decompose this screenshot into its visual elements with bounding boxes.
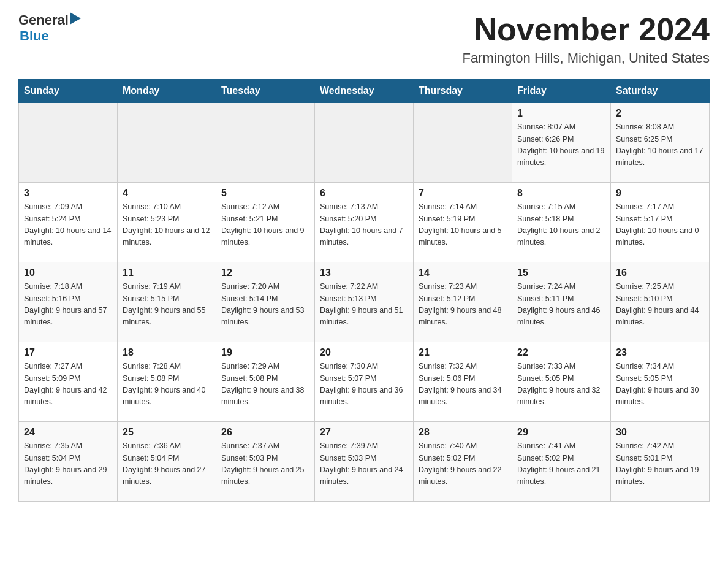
day-number: 21 <box>419 347 507 358</box>
calendar-cell: 16Sunrise: 7:25 AM Sunset: 5:10 PM Dayli… <box>611 262 710 342</box>
header-sunday: Sunday <box>19 79 118 103</box>
day-number: 19 <box>221 347 309 358</box>
calendar-cell: 14Sunrise: 7:23 AM Sunset: 5:12 PM Dayli… <box>414 262 512 342</box>
calendar-cell: 1Sunrise: 8:07 AM Sunset: 6:26 PM Daylig… <box>512 103 611 183</box>
header-monday: Monday <box>118 79 216 103</box>
calendar-cell: 5Sunrise: 7:12 AM Sunset: 5:21 PM Daylig… <box>216 183 315 262</box>
calendar-table: Sunday Monday Tuesday Wednesday Thursday… <box>18 79 710 502</box>
day-number: 14 <box>419 267 507 278</box>
day-number: 27 <box>320 427 408 438</box>
day-info: Sunrise: 7:27 AM Sunset: 5:09 PM Dayligh… <box>24 361 112 408</box>
day-info: Sunrise: 7:24 AM Sunset: 5:11 PM Dayligh… <box>517 281 605 329</box>
title-block: November 2024 Farmington Hills, Michigan… <box>463 12 710 66</box>
day-info: Sunrise: 7:37 AM Sunset: 5:03 PM Dayligh… <box>221 440 309 488</box>
day-info: Sunrise: 7:12 AM Sunset: 5:21 PM Dayligh… <box>221 201 309 249</box>
calendar-cell <box>216 103 315 183</box>
day-number: 26 <box>221 427 309 438</box>
day-info: Sunrise: 7:23 AM Sunset: 5:12 PM Dayligh… <box>419 281 507 329</box>
calendar-cell: 22Sunrise: 7:33 AM Sunset: 5:05 PM Dayli… <box>512 342 611 422</box>
header-wednesday: Wednesday <box>315 79 414 103</box>
day-info: Sunrise: 7:25 AM Sunset: 5:10 PM Dayligh… <box>616 281 704 329</box>
calendar-week-row: 17Sunrise: 7:27 AM Sunset: 5:09 PM Dayli… <box>19 342 710 422</box>
day-info: Sunrise: 7:32 AM Sunset: 5:06 PM Dayligh… <box>419 361 507 408</box>
day-info: Sunrise: 7:20 AM Sunset: 5:14 PM Dayligh… <box>221 281 309 329</box>
day-info: Sunrise: 7:34 AM Sunset: 5:05 PM Dayligh… <box>616 361 704 408</box>
calendar-cell <box>19 103 118 183</box>
day-info: Sunrise: 7:36 AM Sunset: 5:04 PM Dayligh… <box>123 440 211 488</box>
day-number: 17 <box>24 347 112 358</box>
day-number: 1 <box>517 108 605 119</box>
day-number: 3 <box>24 188 112 199</box>
day-info: Sunrise: 7:17 AM Sunset: 5:17 PM Dayligh… <box>616 201 704 249</box>
calendar-week-row: 24Sunrise: 7:35 AM Sunset: 5:04 PM Dayli… <box>19 422 710 502</box>
calendar-cell: 26Sunrise: 7:37 AM Sunset: 5:03 PM Dayli… <box>216 422 315 502</box>
logo-blue-text: Blue <box>20 28 49 44</box>
location-text: Farmington Hills, Michigan, United State… <box>463 50 710 66</box>
day-info: Sunrise: 7:19 AM Sunset: 5:15 PM Dayligh… <box>123 281 211 329</box>
day-info: Sunrise: 7:28 AM Sunset: 5:08 PM Dayligh… <box>123 361 211 408</box>
day-number: 9 <box>616 188 704 199</box>
calendar-cell: 4Sunrise: 7:10 AM Sunset: 5:23 PM Daylig… <box>118 183 216 262</box>
day-number: 20 <box>320 347 408 358</box>
header-saturday: Saturday <box>611 79 710 103</box>
day-info: Sunrise: 7:22 AM Sunset: 5:13 PM Dayligh… <box>320 281 408 329</box>
calendar-cell: 3Sunrise: 7:09 AM Sunset: 5:24 PM Daylig… <box>19 183 118 262</box>
calendar-cell: 6Sunrise: 7:13 AM Sunset: 5:20 PM Daylig… <box>315 183 414 262</box>
calendar-cell <box>315 103 414 183</box>
header-thursday: Thursday <box>414 79 512 103</box>
calendar-cell: 24Sunrise: 7:35 AM Sunset: 5:04 PM Dayli… <box>19 422 118 502</box>
calendar-cell <box>118 103 216 183</box>
day-number: 11 <box>123 267 211 278</box>
calendar-cell: 17Sunrise: 7:27 AM Sunset: 5:09 PM Dayli… <box>19 342 118 422</box>
calendar-cell: 18Sunrise: 7:28 AM Sunset: 5:08 PM Dayli… <box>118 342 216 422</box>
calendar-cell: 9Sunrise: 7:17 AM Sunset: 5:17 PM Daylig… <box>611 183 710 262</box>
calendar-header-row: Sunday Monday Tuesday Wednesday Thursday… <box>19 79 710 103</box>
calendar-cell: 7Sunrise: 7:14 AM Sunset: 5:19 PM Daylig… <box>414 183 512 262</box>
day-info: Sunrise: 7:35 AM Sunset: 5:04 PM Dayligh… <box>24 440 112 488</box>
day-info: Sunrise: 7:29 AM Sunset: 5:08 PM Dayligh… <box>221 361 309 408</box>
day-number: 24 <box>24 427 112 438</box>
calendar-week-row: 3Sunrise: 7:09 AM Sunset: 5:24 PM Daylig… <box>19 183 710 262</box>
calendar-cell: 25Sunrise: 7:36 AM Sunset: 5:04 PM Dayli… <box>118 422 216 502</box>
header-tuesday: Tuesday <box>216 79 315 103</box>
calendar-cell: 23Sunrise: 7:34 AM Sunset: 5:05 PM Dayli… <box>611 342 710 422</box>
day-info: Sunrise: 8:08 AM Sunset: 6:25 PM Dayligh… <box>616 121 704 169</box>
day-info: Sunrise: 7:33 AM Sunset: 5:05 PM Dayligh… <box>517 361 605 408</box>
day-number: 4 <box>123 188 211 199</box>
day-info: Sunrise: 7:13 AM Sunset: 5:20 PM Dayligh… <box>320 201 408 249</box>
day-number: 29 <box>517 427 605 438</box>
calendar-cell: 27Sunrise: 7:39 AM Sunset: 5:03 PM Dayli… <box>315 422 414 502</box>
day-info: Sunrise: 7:39 AM Sunset: 5:03 PM Dayligh… <box>320 440 408 488</box>
day-number: 13 <box>320 267 408 278</box>
calendar-cell: 30Sunrise: 7:42 AM Sunset: 5:01 PM Dayli… <box>611 422 710 502</box>
calendar-cell: 13Sunrise: 7:22 AM Sunset: 5:13 PM Dayli… <box>315 262 414 342</box>
logo: General Blue <box>18 12 83 44</box>
day-number: 18 <box>123 347 211 358</box>
calendar-cell: 2Sunrise: 8:08 AM Sunset: 6:25 PM Daylig… <box>611 103 710 183</box>
day-number: 7 <box>419 188 507 199</box>
logo-general-text: General <box>18 12 69 28</box>
day-info: Sunrise: 7:40 AM Sunset: 5:02 PM Dayligh… <box>419 440 507 488</box>
month-title: November 2024 <box>463 12 710 47</box>
calendar-cell: 20Sunrise: 7:30 AM Sunset: 5:07 PM Dayli… <box>315 342 414 422</box>
calendar-cell: 28Sunrise: 7:40 AM Sunset: 5:02 PM Dayli… <box>414 422 512 502</box>
svg-marker-0 <box>70 12 81 25</box>
day-number: 12 <box>221 267 309 278</box>
header-friday: Friday <box>512 79 611 103</box>
calendar-cell: 29Sunrise: 7:41 AM Sunset: 5:02 PM Dayli… <box>512 422 611 502</box>
day-info: Sunrise: 7:09 AM Sunset: 5:24 PM Dayligh… <box>24 201 112 249</box>
calendar-cell: 19Sunrise: 7:29 AM Sunset: 5:08 PM Dayli… <box>216 342 315 422</box>
day-info: Sunrise: 7:10 AM Sunset: 5:23 PM Dayligh… <box>123 201 211 249</box>
day-info: Sunrise: 7:41 AM Sunset: 5:02 PM Dayligh… <box>517 440 605 488</box>
calendar-cell: 12Sunrise: 7:20 AM Sunset: 5:14 PM Dayli… <box>216 262 315 342</box>
calendar-cell: 8Sunrise: 7:15 AM Sunset: 5:18 PM Daylig… <box>512 183 611 262</box>
day-info: Sunrise: 7:14 AM Sunset: 5:19 PM Dayligh… <box>419 201 507 249</box>
day-number: 30 <box>616 427 704 438</box>
calendar-cell: 11Sunrise: 7:19 AM Sunset: 5:15 PM Dayli… <box>118 262 216 342</box>
day-info: Sunrise: 7:18 AM Sunset: 5:16 PM Dayligh… <box>24 281 112 329</box>
day-info: Sunrise: 7:30 AM Sunset: 5:07 PM Dayligh… <box>320 361 408 408</box>
day-info: Sunrise: 7:15 AM Sunset: 5:18 PM Dayligh… <box>517 201 605 249</box>
day-number: 25 <box>123 427 211 438</box>
calendar-cell: 15Sunrise: 7:24 AM Sunset: 5:11 PM Dayli… <box>512 262 611 342</box>
day-number: 23 <box>616 347 704 358</box>
